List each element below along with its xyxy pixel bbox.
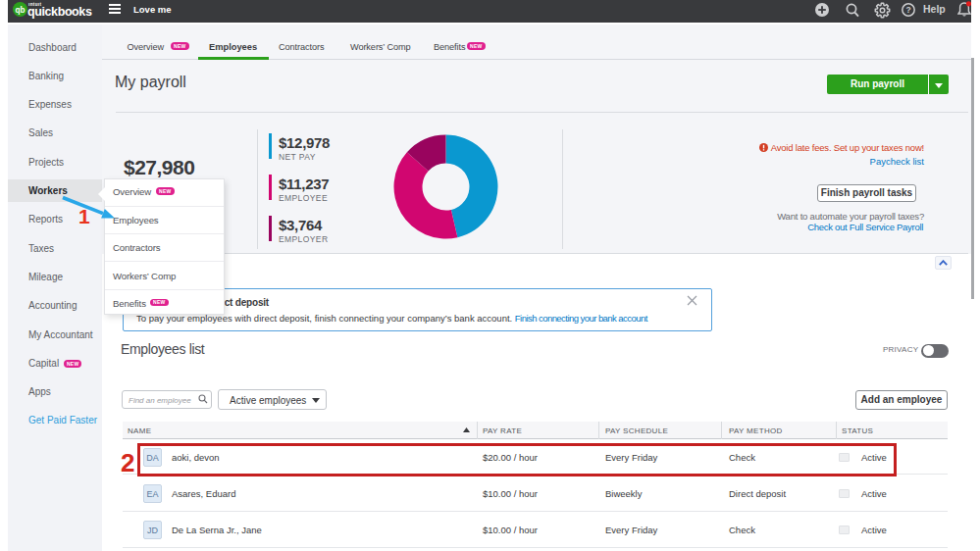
svg-text:qb: qb: [15, 6, 25, 15]
svg-text:?: ?: [905, 5, 910, 15]
